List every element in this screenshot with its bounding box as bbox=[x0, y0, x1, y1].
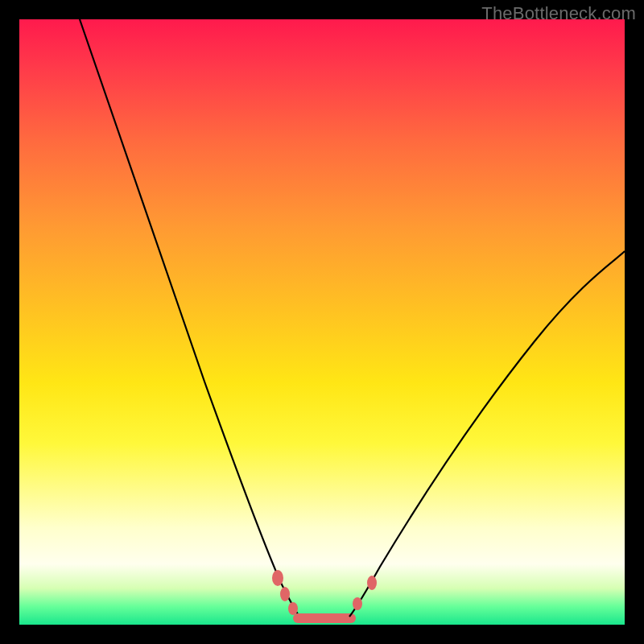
curve-right-branch bbox=[349, 251, 625, 617]
marker-left-1 bbox=[272, 570, 283, 586]
chart-svg bbox=[19, 19, 625, 625]
curve-left-branch bbox=[80, 19, 299, 617]
marker-left-3 bbox=[288, 602, 298, 615]
marker-right-2 bbox=[367, 576, 377, 590]
marker-right-1 bbox=[353, 597, 362, 610]
flat-bottom-bar bbox=[293, 613, 356, 623]
marker-left-2 bbox=[280, 587, 290, 601]
